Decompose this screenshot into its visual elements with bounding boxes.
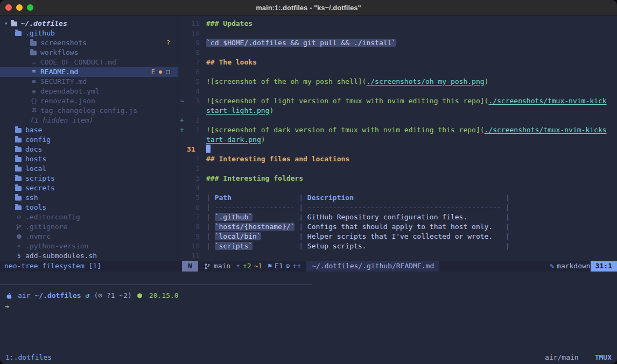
text-segment-punct: | ------------------- | ----------------… [206,203,510,211]
editor-line-4[interactable]: 4 [178,183,617,193]
editor-line-9[interactable]: 9| `local/bin` | Helper scripts that I'v… [178,232,617,241]
branch-name: main [214,261,230,272]
text-segment-punct: | [253,242,307,250]
editor-line-5[interactable]: 5| Path | Description | [178,193,617,203]
line-number: 2 [187,164,200,174]
gutter-sign [178,164,187,174]
tree-item-nvmrc[interactable]: .nvmrc [0,232,178,241]
tree-item-dependabot-yml[interactable]: ◉dependabot.yml [0,87,178,96]
prompt-arrow[interactable]: → [5,302,617,310]
tree-item-dotfiles[interactable]: ▾~/.dotfiles [0,19,178,28]
tree-item-config[interactable]: config [0,135,178,145]
tree-item-screenshots[interactable]: screenshots? [0,38,178,48]
folder-icon [15,31,22,36]
gutter-sign [178,251,187,261]
tree-item-tag-changelog-config-js[interactable]: JStag-changelog-config.js [0,106,178,116]
text-segment-td: Configs that should apply to that host o… [307,223,493,231]
text-segment-link: ./screenshots/oh-my-posh.png [366,77,484,85]
tree-item-gitignore[interactable]: .gitignore [0,222,178,232]
terminal-pane[interactable]: air~/.dotfiles↺(⊘ ?1 ~2)20.15.0 → [0,272,617,350]
editor-buffer[interactable]: 11### Updates109`cd $HOME/.dotfiles && g… [178,16,617,261]
tree-item-tools[interactable]: tools [0,203,178,212]
window-title: main:1:.dotfiles - "ks~/.dotfiles" [256,4,361,12]
text-segment-h3: ### Updates [206,19,253,27]
tree-item-hosts[interactable]: hosts [0,154,178,164]
modified-dot-icon [159,70,162,74]
folder-icon [15,138,22,142]
json-icon: {} [30,96,38,106]
editor-line-7[interactable]: 7## The looks [178,58,617,67]
item-badges: ? [166,38,178,48]
tree-item-github[interactable]: .github [0,28,178,38]
tree-item-secrets[interactable]: secrets [0,183,178,193]
prompt-segment: air [5,291,30,299]
tree-item-scripts[interactable]: scripts [0,174,178,183]
editor-line-8[interactable]: 8| `hosts/{hostname}/` | Configs that sh… [178,222,617,232]
line-number: 1 [187,154,200,164]
tree-item-workflows[interactable]: workflows [0,48,178,58]
editor-line-2[interactable]: +2 [178,116,617,125]
text-segment-img: ) [261,135,265,144]
untracked-mark: ? [166,38,170,48]
text-segment-punct: | [493,232,509,240]
close-button[interactable] [5,4,12,11]
tmux-session: air/main [545,353,579,361]
unstaged-box-icon [166,70,170,74]
text-segment-punct: | [206,232,215,240]
editor-line-6[interactable]: 6 [178,67,617,77]
line-number: 3 [187,96,200,106]
tree-item-renovate-json[interactable]: {}renovate.json [0,96,178,106]
tree-item-label: local [25,164,46,174]
editor-line-6[interactable]: 6| ------------------- | ---------------… [178,203,617,212]
prompt-segment: (⊘ ?1 ~2) [94,291,131,299]
editor-line-10[interactable]: 10 [178,28,617,38]
tmux-badge: TMUX [595,353,612,361]
markdown-icon: ≡ [30,77,38,87]
editor-line-10[interactable]: 10| `scripts` | Setup scripts. | [178,241,617,251]
tree-item-ssh[interactable]: ssh [0,193,178,203]
tree-item-security-md[interactable]: ≡SECURITY.md [0,77,178,87]
editor-line-wrap[interactable]: tart-dark.png) [178,135,617,145]
tree-item-base[interactable]: base [0,125,178,135]
text-segment-td: Setup scripts. [307,242,367,250]
tmux-window-label[interactable]: 1:.dotfiles [5,353,52,361]
git-branch-icon [15,224,23,231]
line-text: | Path | Description | [206,193,510,203]
tree-item-code-of-conduct-md[interactable]: ≡CODE_OF_CONDUCT.md [0,58,178,67]
tree-item-1-hidden-item[interactable]: (1 hidden item) [0,116,178,125]
tree-item-label: scripts [25,174,55,183]
tree-item-editorconfig[interactable]: ⚙.editorconfig [0,212,178,222]
line-text: ## Interesting files and locations [206,154,349,164]
editor-line-wrap[interactable]: start-light.png) [178,106,617,116]
gutter-sign [178,58,187,67]
tree-item-local[interactable]: local [0,164,178,174]
line-number: 5 [187,193,200,203]
folder-icon [15,147,22,152]
editor-line-5[interactable]: 5![screenshot of the oh-my-posh shell](.… [178,77,617,87]
editor-line-1[interactable]: +1![screenshot of dark version of tmux w… [178,125,617,135]
editor-line-4[interactable]: 4 [178,87,617,96]
editor-line-7[interactable]: 7| `.github` | GitHub Repository configu… [178,212,617,222]
gutter-sign [178,77,187,87]
text-segment-punct: | [206,194,215,202]
tree-item-add-submodules-sh[interactable]: $add-submodules.sh [0,251,178,261]
line-number: 6 [187,203,200,212]
tree-item-readme-md[interactable]: ≡README.mdE [0,67,178,77]
node-icon [15,233,23,240]
editor-line-2[interactable]: 2 [178,164,617,174]
minimize-button[interactable] [16,4,23,11]
tree-item-python-version[interactable]: ∗.python-version [0,241,178,251]
editor-line-11[interactable]: 11### Updates [178,19,617,28]
editor-line-3[interactable]: 3### Interesting folders [178,174,617,183]
editor-line-1[interactable]: 1## Interesting files and locations [178,154,617,164]
text-segment-link: tart-dark.png [206,135,261,144]
prompt-segment-text: ~/.dotfiles [34,291,81,299]
editor-line-8[interactable]: 8 [178,48,617,58]
editor-line-31[interactable]: 31 [178,145,617,154]
editor-line-3[interactable]: ~3![screenshot of light version of tmux … [178,96,617,106]
editor-line-11[interactable]: 11 [178,251,617,261]
tree-item-docs[interactable]: docs [0,145,178,154]
editor-line-9[interactable]: 9`cd $HOME/.dotfiles && git pull && ./in… [178,38,617,48]
zoom-button[interactable] [27,4,33,11]
text-segment-code: `.github` [215,213,253,221]
